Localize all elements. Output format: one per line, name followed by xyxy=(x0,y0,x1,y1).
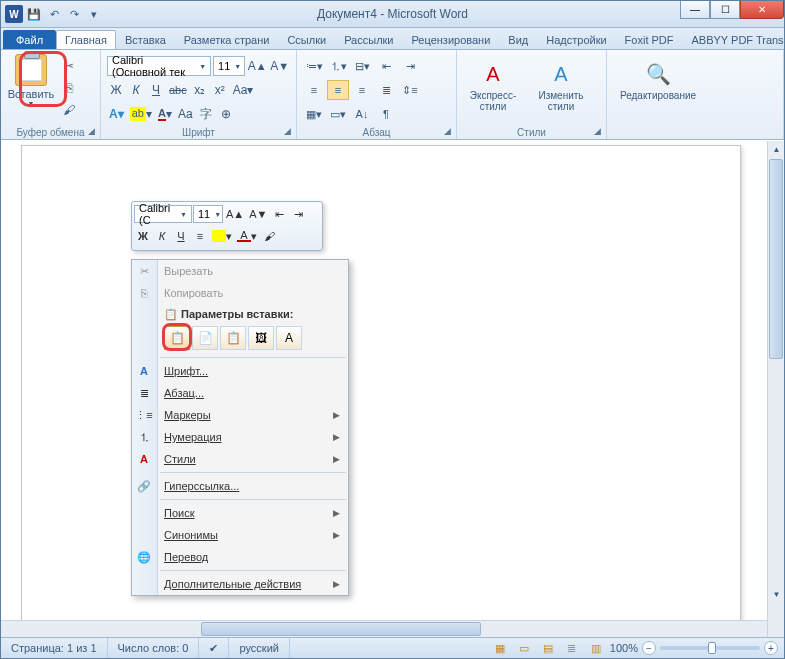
ctx-search[interactable]: Поиск ▶ xyxy=(132,502,348,524)
zoom-slider-thumb[interactable] xyxy=(708,642,716,654)
tab-review[interactable]: Рецензировани xyxy=(403,30,500,49)
tab-foxit[interactable]: Foxit PDF xyxy=(616,30,683,49)
zoom-slider[interactable] xyxy=(660,646,760,650)
tab-view[interactable]: Вид xyxy=(499,30,537,49)
scroll-down-icon[interactable]: ▼ xyxy=(768,586,785,603)
status-page[interactable]: Страница: 1 из 1 xyxy=(1,638,108,658)
paste-keep-text-icon[interactable]: A xyxy=(276,326,302,350)
editing-button[interactable]: 🔍 Редактирование xyxy=(613,58,703,101)
shrink-font-icon[interactable]: A▼ xyxy=(270,56,290,76)
dialog-launcher-icon[interactable]: ◢ xyxy=(591,125,603,137)
mini-highlight-icon[interactable]: ▾ xyxy=(210,226,234,246)
tab-abbyy[interactable]: ABBYY PDF Trans xyxy=(683,30,785,49)
ctx-hyperlink[interactable]: 🔗 Гиперссылка... xyxy=(132,475,348,497)
mini-underline-button[interactable]: Ч xyxy=(172,226,190,246)
multilevel-list-icon[interactable]: ⊟▾ xyxy=(351,56,373,76)
mini-size-combo[interactable]: 11▼ xyxy=(193,205,223,223)
line-spacing-icon[interactable]: ⇕≡ xyxy=(399,80,421,100)
cut-icon[interactable]: ✂ xyxy=(59,56,79,76)
ctx-styles[interactable]: A Стили ▶ xyxy=(132,448,348,470)
paste-picture-icon[interactable]: 🖼 xyxy=(248,326,274,350)
zoom-level[interactable]: 100% xyxy=(610,642,638,654)
mini-decrease-indent-icon[interactable]: ⇤ xyxy=(270,204,288,224)
format-painter-icon[interactable]: 🖌 xyxy=(59,100,79,120)
scroll-thumb[interactable] xyxy=(201,622,481,636)
status-proofing-icon[interactable]: ✔ xyxy=(199,638,229,658)
enclose-char-icon[interactable]: ⊕ xyxy=(217,104,235,124)
redo-icon[interactable]: ↷ xyxy=(65,5,83,23)
mini-font-combo[interactable]: Calibri (С▼ xyxy=(134,205,192,223)
maximize-button[interactable]: ☐ xyxy=(710,1,740,19)
mini-italic-button[interactable]: К xyxy=(153,226,171,246)
scroll-up-icon[interactable]: ▲ xyxy=(768,141,785,158)
align-left-icon[interactable]: ≡ xyxy=(303,80,325,100)
shading-icon[interactable]: ▦▾ xyxy=(303,104,325,124)
paste-use-dest-icon[interactable]: 📋 xyxy=(220,326,246,350)
horizontal-scrollbar[interactable] xyxy=(1,620,767,637)
borders-icon[interactable]: ▭▾ xyxy=(327,104,349,124)
superscript-icon[interactable]: x² xyxy=(211,80,229,100)
align-center-icon[interactable]: ≡ xyxy=(327,80,349,100)
dialog-launcher-icon[interactable]: ◢ xyxy=(85,125,97,137)
zoom-out-button[interactable]: − xyxy=(642,641,656,655)
vertical-scrollbar[interactable]: ▲ ▼ xyxy=(767,141,784,637)
tab-insert[interactable]: Вставка xyxy=(116,30,175,49)
minimize-button[interactable]: — xyxy=(680,1,710,19)
sort-icon[interactable]: A↓ xyxy=(351,104,373,124)
tab-file[interactable]: Файл xyxy=(3,30,56,49)
paste-merge-icon[interactable]: 📄 xyxy=(192,326,218,350)
tab-references[interactable]: Ссылки xyxy=(278,30,335,49)
underline-button[interactable]: Ч xyxy=(147,80,165,100)
dialog-launcher-icon[interactable]: ◢ xyxy=(281,125,293,137)
document-page[interactable] xyxy=(21,145,741,635)
ctx-paragraph[interactable]: ≣ Абзац... xyxy=(132,382,348,404)
grow-font-icon[interactable]: A▲ xyxy=(247,56,267,76)
highlight-color-icon[interactable]: ab▾ xyxy=(128,104,154,124)
paste-keep-source-icon[interactable]: 📋 xyxy=(164,326,190,350)
copy-icon[interactable]: ⎘ xyxy=(59,78,79,98)
font-color-icon[interactable]: A▾ xyxy=(156,104,174,124)
decrease-indent-icon[interactable]: ⇤ xyxy=(375,56,397,76)
mini-bold-button[interactable]: Ж xyxy=(134,226,152,246)
save-icon[interactable]: 💾 xyxy=(25,5,43,23)
paste-button[interactable]: Вставить ▼ xyxy=(7,52,55,120)
text-effects-icon[interactable]: A▾ xyxy=(107,104,126,124)
tab-mailings[interactable]: Рассылки xyxy=(335,30,402,49)
draft-view-icon[interactable]: ▥ xyxy=(586,640,606,656)
ctx-additional-actions[interactable]: Дополнительные действия ▶ xyxy=(132,573,348,595)
justify-icon[interactable]: ≣ xyxy=(375,80,397,100)
zoom-in-button[interactable]: + xyxy=(764,641,778,655)
font-name-combo[interactable]: Calibri (Основной тек▼ xyxy=(107,56,211,76)
font-size-combo[interactable]: 11▼ xyxy=(213,56,245,76)
word-app-icon[interactable]: W xyxy=(5,5,23,23)
status-language[interactable]: русский xyxy=(229,638,289,658)
mini-font-color-icon[interactable]: A▾ xyxy=(235,226,259,246)
mini-center-icon[interactable]: ≡ xyxy=(191,226,209,246)
phonetic-guide-icon[interactable]: 字 xyxy=(197,104,215,124)
subscript-icon[interactable]: x₂ xyxy=(191,80,209,100)
bullets-icon[interactable]: ≔▾ xyxy=(303,56,325,76)
ctx-translate[interactable]: 🌐 Перевод xyxy=(132,546,348,568)
numbering-icon[interactable]: ⒈▾ xyxy=(327,56,349,76)
clear-formatting-icon[interactable]: Aa xyxy=(176,104,195,124)
ctx-bullets[interactable]: ⋮≡ Маркеры ▶ xyxy=(132,404,348,426)
scroll-thumb[interactable] xyxy=(769,159,783,359)
close-button[interactable]: ✕ xyxy=(740,1,784,19)
mini-format-painter-icon[interactable]: 🖌 xyxy=(260,226,278,246)
qat-customize-icon[interactable]: ▾ xyxy=(85,5,103,23)
increase-indent-icon[interactable]: ⇥ xyxy=(399,56,421,76)
quick-styles-button[interactable]: A Экспресс-стили xyxy=(463,58,523,112)
ctx-synonyms[interactable]: Синонимы ▶ xyxy=(132,524,348,546)
web-layout-view-icon[interactable]: ▤ xyxy=(538,640,558,656)
tab-layout[interactable]: Разметка страни xyxy=(175,30,279,49)
outline-view-icon[interactable]: ≣ xyxy=(562,640,582,656)
show-hide-icon[interactable]: ¶ xyxy=(375,104,397,124)
tab-addins[interactable]: Надстройки xyxy=(537,30,615,49)
tab-home[interactable]: Главная xyxy=(56,30,116,49)
status-word-count[interactable]: Число слов: 0 xyxy=(108,638,200,658)
ctx-numbering[interactable]: ⒈ Нумерация ▶ xyxy=(132,426,348,448)
align-right-icon[interactable]: ≡ xyxy=(351,80,373,100)
print-layout-view-icon[interactable]: ▦ xyxy=(490,640,510,656)
change-styles-button[interactable]: A Изменить стили xyxy=(531,58,591,112)
mini-grow-font-icon[interactable]: A▲ xyxy=(224,204,246,224)
